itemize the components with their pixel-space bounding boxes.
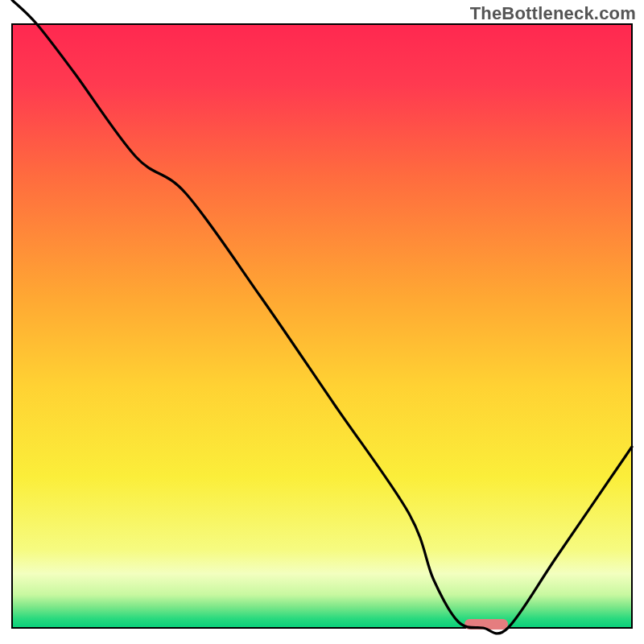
chart-container: TheBottleneck.com bbox=[0, 0, 644, 644]
bottleneck-chart bbox=[0, 0, 644, 644]
